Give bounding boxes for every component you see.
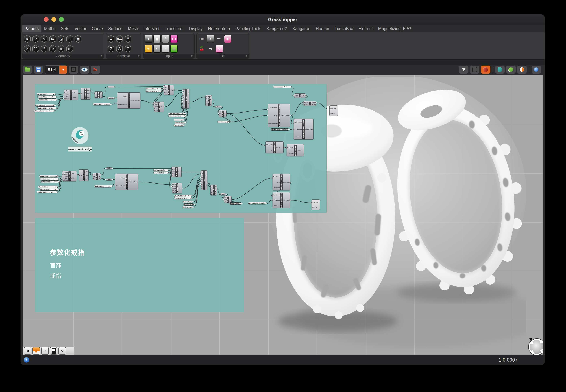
colour-swatch-icon[interactable]: ▦ <box>170 45 178 53</box>
preview-shaded-button[interactable] <box>481 66 490 74</box>
gradient-icon[interactable]: ◐ <box>153 45 161 53</box>
tab-intersect[interactable]: Intersect <box>141 25 162 32</box>
circle-icon[interactable]: ○ <box>41 35 48 43</box>
number-slider-node[interactable]: Number Slider1 <box>146 90 162 92</box>
cherry-picker-icon[interactable]: 🍒 <box>198 45 206 53</box>
param-capsule-surface[interactable]: Surface <box>108 97 114 99</box>
zoom-level-box[interactable]: 91%▼ <box>45 65 67 74</box>
mesh-quality-low-button[interactable] <box>506 66 516 74</box>
number-slider-node[interactable]: Number Slider0.75 <box>40 188 59 191</box>
tab-sets[interactable]: Sets <box>58 25 72 32</box>
tab-display[interactable]: Display <box>186 25 205 32</box>
tab-heteroptera[interactable]: Heteroptera <box>205 25 233 32</box>
param-capsule-surface[interactable]: Surface <box>108 86 114 88</box>
component-mesh-surface[interactable]: SurfaceU CountV CountOverhangEqualizeMes… <box>171 167 181 177</box>
window-titlebar[interactable]: Grasshopper <box>21 14 545 25</box>
boolean-toggle-node[interactable]: Boolean ToggleFalse <box>184 203 194 206</box>
component-mesh-surface[interactable]: SurfaceU CountV CountOverhangEqualizeMes… <box>172 183 182 194</box>
slider-icon[interactable]: ●-● <box>170 35 178 43</box>
param-capsule-surface[interactable]: Surface <box>106 167 112 169</box>
component-weaverbird-s-catmull-clark-subdivision[interactable]: Mesh/CurvesLevelSmooth Naked EdgesWeaver… <box>268 104 290 127</box>
component-weaverbird-s-mesh-thicken[interactable]: Mesh/CurvesDistanceWeaverbird's Mesh Thi… <box>287 144 304 156</box>
number-slider-node[interactable]: Number Slider10.00 <box>39 175 58 177</box>
vector-icon[interactable]: ↗ <box>32 35 39 43</box>
canvas-widget-profiler-button[interactable]: ↻ <box>59 347 66 355</box>
text-icon[interactable]: A <box>116 45 123 53</box>
flask-icon[interactable]: ▽ <box>216 45 223 53</box>
number-slider-node[interactable]: Number Slider3 <box>218 121 230 123</box>
component-move[interactable]: GeometryMotionMoveGeometryTransform <box>304 101 316 106</box>
panel-icon[interactable]: ≡ <box>162 45 169 53</box>
tab-kangaroo2[interactable]: Kangaroo2 <box>264 25 290 32</box>
spiral-icon[interactable]: @ <box>49 35 56 43</box>
rectangle-icon[interactable]: ◇ <box>49 45 56 53</box>
canvas-widget-expression-button[interactable]: -x <box>24 347 31 355</box>
arrow-icon[interactable]: ➡ <box>207 45 214 53</box>
plane-icon[interactable]: ◪ <box>58 35 65 43</box>
component-ring-base[interactable]: PlaneRegional systemSizeWidthThicknessRi… <box>64 90 78 100</box>
component-deconstruct-brep[interactable]: BrepDeconstruct BrepFacesEdgesVertices <box>79 169 89 181</box>
curve-icon[interactable]: S <box>24 35 31 43</box>
glasses-icon[interactable]: oo <box>198 35 206 43</box>
preview-off-button[interactable] <box>459 66 468 74</box>
number-slider-node[interactable]: Number Slider0.08 <box>271 128 289 131</box>
sketch-pen-button[interactable] <box>91 66 100 74</box>
tab-elefront[interactable]: Elefront <box>356 25 375 32</box>
arc-icon[interactable]: ⌒ <box>32 45 39 53</box>
number-slider-node[interactable]: Number Slider3.94 <box>38 186 58 188</box>
palette-group-label-geometry[interactable]: Geometry▼ <box>22 54 104 58</box>
tab-surface[interactable]: Surface <box>105 25 125 32</box>
canvas-widget-paint-button[interactable] <box>32 347 40 355</box>
button-icon[interactable]: ϟ <box>162 35 169 43</box>
number-slider-node[interactable]: From Vert [Vertex]0.5751 <box>168 112 186 115</box>
number-slider-node[interactable]: From Vert [Vertex]0.5751 <box>174 195 192 197</box>
component-weaverbird-s-mesh-thicken[interactable]: Mesh/CurvesDistanceOffsetTypeWeaverbird'… <box>272 192 290 208</box>
boolean-toggle-node[interactable]: Boolean ToggleFalse <box>175 122 185 124</box>
gh-canvas[interactable]: Number Slider10.00Number Slider2.48Numbe… <box>23 75 543 355</box>
hexgrid-icon[interactable]: ⬡ <box>124 45 132 53</box>
number-slider-node[interactable]: Number Slider0.72 <box>34 110 54 112</box>
number-slider-node[interactable]: Number Slider2 <box>153 172 169 174</box>
number-slider-node[interactable]: Number Slider2.48 <box>40 178 59 180</box>
number-slider-node[interactable]: Number Slider2.00 <box>35 104 55 107</box>
tab-lunchbox[interactable]: LunchBox <box>332 25 356 32</box>
number-slider-node[interactable]: Number Slider12 <box>273 86 291 88</box>
selected-preview-button[interactable] <box>495 66 505 74</box>
component-ring-base[interactable]: PlaneRegional systemSizeWidthThicknessRi… <box>62 171 77 182</box>
boolean-toggle-node[interactable]: Boolean ToggleFalse <box>183 206 193 208</box>
boolean-toggle-node[interactable]: Boolean ToggleFalse <box>174 119 184 121</box>
line-icon[interactable]: / <box>41 45 48 53</box>
jelly-icon[interactable]: ◉ <box>224 35 231 43</box>
number-slider-node[interactable]: Number Slider2 <box>93 103 111 105</box>
path-icon[interactable]: ⑂ <box>124 35 132 43</box>
palette-group-label-input[interactable]: Input▼ <box>144 54 194 58</box>
tab-vector[interactable]: Vector <box>72 25 89 32</box>
number-slider-node[interactable]: Number Slider10.00 <box>37 93 55 95</box>
component-reverse-surface-direction[interactable]: SurfaceReverse OptionReverse Surface Dir… <box>115 174 138 190</box>
preview-component[interactable]: GeometryMaterial <box>312 199 320 210</box>
number-slider-node[interactable]: Transverse [Vertex]0.4903 <box>168 115 186 117</box>
component-weaverbird-s-mesh-thicken[interactable]: Mesh/CurvesDistanceOffsetTypeWeaverbird'… <box>294 119 313 140</box>
preview-component[interactable]: GeometryMaterial <box>329 105 338 116</box>
null-item-icon[interactable]: O <box>107 35 115 43</box>
mesh-quality-high-button[interactable] <box>517 66 527 74</box>
tab-kangaroo[interactable]: Kangaroo <box>290 25 313 32</box>
tab-maths[interactable]: Maths <box>41 25 58 32</box>
number-slider-node[interactable]: Number Slider3 <box>230 202 242 205</box>
number-slider-node[interactable]: Number Slider2.17 <box>38 98 57 101</box>
number-slider-node[interactable]: Number Slider2 <box>94 185 112 187</box>
number-slider-node[interactable]: Number Slider8 <box>153 169 169 171</box>
canvas-trackball[interactable] <box>526 336 543 355</box>
component-switch[interactable]: G0G1iT0T1DCF0F1clrSwitchoutA <box>183 89 189 109</box>
tree-icon[interactable]: ♣ <box>207 35 214 43</box>
number-slider-node[interactable]: Number Slider0.72 <box>37 191 57 193</box>
component-mesh-caps[interactable]: MWODclrMesh CapsoutABC <box>205 95 212 106</box>
canvas-widget-wires-button[interactable]: ⌐• <box>41 347 49 355</box>
box-icon[interactable]: □ <box>66 35 73 43</box>
number-slider-node[interactable]: Number Slider0.75 <box>37 107 56 109</box>
number-icon[interactable]: 0.1 <box>116 35 123 43</box>
open-file-button[interactable] <box>23 66 32 74</box>
tab-curve[interactable]: Curve <box>89 25 105 32</box>
info-status-icon[interactable]: ! <box>24 357 29 363</box>
boolean-toggle-node[interactable]: Boolean ToggleFalse <box>183 201 193 203</box>
